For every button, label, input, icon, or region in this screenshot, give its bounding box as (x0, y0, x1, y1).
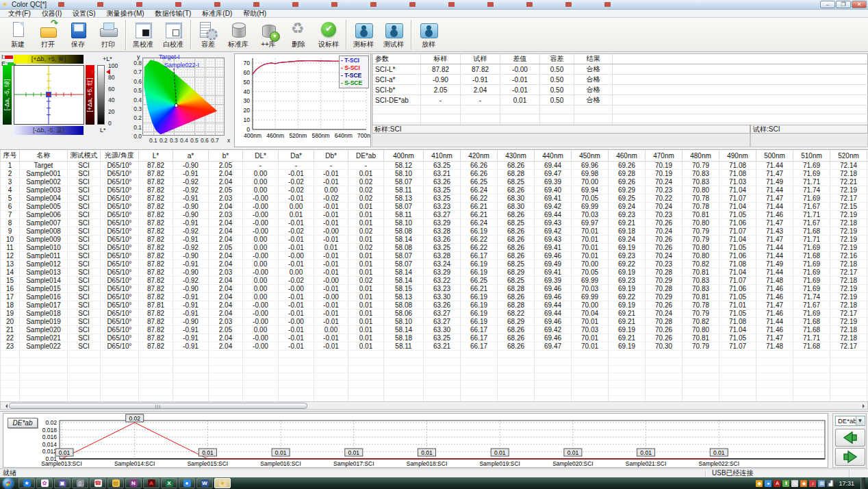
toolbar-button-设标样[interactable]: 设标样 (314, 19, 344, 51)
table-row[interactable]: 8Sample007SCID65/10°87.82-0.912.04-0.00-… (1, 219, 868, 227)
table-row[interactable]: 21Sample020SCID65/10°87.82-0.912.050.00-… (1, 326, 868, 334)
tray-usb-icon[interactable]: ⬆ (782, 480, 789, 487)
tray-browser-icon[interactable]: ● (765, 480, 771, 487)
column-header-470nm[interactable]: 470nm (646, 150, 682, 162)
menu-item-2[interactable]: 仪器(I) (36, 10, 67, 18)
column-header-Db*[interactable]: Db* (314, 150, 348, 162)
column-header-510nm[interactable]: 510nm (793, 150, 830, 162)
tray-orange-icon[interactable]: ◉ (800, 480, 807, 487)
taskbar-app-explorer[interactable]: ▤ (107, 478, 124, 488)
scroll-right-arrow-icon[interactable] (859, 402, 867, 409)
table-row[interactable]: 15Sample014SCID65/10°87.82-0.922.040.00-… (1, 277, 868, 285)
column-header-Da*[interactable]: Da* (279, 150, 314, 162)
toolbar-button-标准库[interactable]: 标准库 (223, 19, 253, 51)
toolbar-button-测标样[interactable]: 测标样 (348, 19, 379, 51)
params-row[interactable]: SCI-b*2.052.04-0.010.50合格 (373, 85, 868, 95)
table-row[interactable]: 13Sample012SCID65/10°87.82-0.912.040.00-… (1, 260, 868, 268)
toolbar-button-新建[interactable]: 新建 (3, 19, 33, 51)
table-row[interactable]: 12Sample011SCID65/10°87.82-0.902.04-0.00… (1, 252, 868, 260)
toolbar-button-++库[interactable]: ++库 (253, 19, 283, 51)
toolbar-button-保存[interactable]: 保存 (63, 19, 93, 51)
taskbar-app-star[interactable]: ★ (18, 478, 35, 488)
menu-item-1[interactable]: 文件(F) (3, 10, 36, 18)
toolbar-button-容差[interactable]: 容差 (193, 19, 223, 51)
taskbar-app-device[interactable]: ▯ (72, 478, 88, 488)
params-row[interactable]: SCI-DE*ab--0.010.50合格 (373, 95, 868, 105)
tray-audio-icon[interactable]: ♪ (809, 480, 816, 487)
menu-item-4[interactable]: 测量操作(M) (101, 10, 150, 18)
table-row[interactable]: 1TargetSCID65/10°87.82-0.902.05----58.12… (1, 162, 868, 170)
show-desktop-button[interactable] (860, 477, 865, 489)
menu-item-6[interactable]: 标准库(D) (196, 10, 238, 18)
tray-network-icon[interactable]: ▟ (827, 480, 834, 487)
column-header-420nm[interactable]: 420nm (461, 150, 498, 162)
params-row[interactable]: SCI-a*-0.90-0.91-0.010.50合格 (373, 75, 868, 85)
taskbar-app-acrobat[interactable]: A (143, 478, 159, 488)
column-header-480nm[interactable]: 480nm (682, 150, 719, 162)
table-row[interactable]: 19Sample018SCID65/10°87.82-0.912.04-0.00… (1, 310, 868, 318)
scroll-left-arrow-icon[interactable] (1, 402, 9, 409)
start-button[interactable] (1, 478, 15, 489)
minimize-button[interactable]: – (820, 1, 835, 8)
table-row[interactable]: 11Sample010SCID65/10°87.82-0.922.050.00-… (1, 244, 868, 252)
toolbar-button-打印[interactable]: 打印 (93, 19, 123, 51)
table-row[interactable]: 22Sample021SCID65/10°87.82-0.912.04-0.00… (1, 334, 868, 342)
taskbar-app-browser[interactable]: ● (179, 478, 195, 488)
maximize-button[interactable]: ❐ (836, 1, 851, 8)
params-row[interactable]: SCI-L*87.8287.82-0.000.50合格 (373, 64, 868, 75)
table-row[interactable]: 3Sample002SCID65/10°87.82-0.922.040.00-0… (1, 178, 868, 186)
column-header-410nm[interactable]: 410nm (424, 150, 461, 162)
column-header-400nm[interactable]: 400nm (384, 150, 424, 162)
taskbar-app-purple[interactable]: ▣ (54, 478, 71, 488)
table-row[interactable]: 17Sample016SCID65/10°87.82-0.912.040.00-… (1, 293, 868, 301)
close-button[interactable]: ✕ (852, 1, 867, 8)
column-header-DL*[interactable]: DL* (243, 150, 279, 162)
toolbar-button-删除[interactable]: 删除 (283, 19, 314, 51)
next-button[interactable] (835, 448, 865, 466)
table-row[interactable]: 6Sample005SCID65/10°87.82-0.902.04-0.000… (1, 203, 868, 211)
taskbar-app-word[interactable]: W (196, 478, 213, 488)
table-row[interactable]: 14Sample013SCID65/10°87.82-0.902.03-0.00… (1, 268, 868, 277)
column-header-440nm[interactable]: 440nm (535, 150, 572, 162)
taskbar-app-excel[interactable]: X (161, 478, 177, 488)
table-row[interactable]: 20Sample019SCID65/10°87.82-0.902.03-0.00… (1, 318, 868, 326)
column-header-430nm[interactable]: 430nm (498, 150, 535, 162)
menu-item-5[interactable]: 数据传输(T) (150, 10, 197, 18)
table-row[interactable]: 4Sample003SCID65/10°87.82-0.922.050.00-0… (1, 186, 868, 195)
column-header-520nm[interactable]: 520nm (830, 150, 867, 162)
taskbar-app-onenote[interactable]: N (125, 478, 142, 488)
toolbar-button-放样[interactable]: 放样 (413, 19, 444, 51)
table-row[interactable]: 5Sample004SCID65/10°87.82-0.912.03-0.00-… (1, 195, 868, 203)
menu-item-7[interactable]: 帮助(H) (238, 10, 272, 18)
menu-item-3[interactable]: 设置(S) (67, 10, 101, 18)
table-row[interactable]: 23Sample022SCID65/10°87.82-0.912.04-0.00… (1, 342, 868, 351)
taskbar-app-comm[interactable]: ☎ (90, 478, 106, 488)
column-header-DE*ab[interactable]: DE*ab (348, 150, 384, 162)
tray-alert-icon[interactable]: ◆ (756, 480, 763, 487)
table-row[interactable]: 7Sample006SCID65/10°87.82-0.902.03-0.000… (1, 211, 868, 219)
column-header-光源/角度[interactable]: 光源/角度 (101, 150, 139, 162)
column-header-序号[interactable]: 序号 (1, 150, 20, 162)
column-header-测试模式[interactable]: 测试模式 (68, 150, 101, 162)
previous-button[interactable] (835, 429, 865, 447)
column-header-460nm[interactable]: 460nm (609, 150, 646, 162)
column-header-490nm[interactable]: 490nm (719, 150, 756, 162)
toolbar-button-打开[interactable]: 打开 (33, 19, 63, 51)
column-header-b*[interactable]: b* (209, 150, 243, 162)
column-header-名称[interactable]: 名称 (20, 150, 68, 162)
tray-acrobat-icon[interactable]: A (774, 480, 780, 487)
taskbar-app-color-wheel[interactable]: ✿ (36, 478, 53, 488)
table-row[interactable]: 9Sample008SCID65/10°87.82-0.922.04-0.00-… (1, 227, 868, 236)
taskbar-app-colorqc[interactable]: ★ (214, 478, 231, 488)
column-header-L*[interactable]: L* (139, 150, 173, 162)
toolbar-button-白校准[interactable]: 白校准 (158, 19, 188, 51)
table-row[interactable]: 16Sample015SCID65/10°87.82-0.902.040.00-… (1, 285, 868, 293)
toolbar-button-测试样[interactable]: 测试样 (379, 19, 409, 51)
column-header-450nm[interactable]: 450nm (572, 150, 609, 162)
tray-display-icon[interactable]: ▤ (818, 480, 825, 487)
table-row[interactable]: 2Sample001SCID65/10°87.82-0.912.040.00-0… (1, 170, 868, 178)
toolbar-button-黑校准[interactable]: 黑校准 (128, 19, 158, 51)
column-header-a*[interactable]: a* (173, 150, 209, 162)
table-row[interactable]: 18Sample017SCID65/10°87.81-0.912.04-0.00… (1, 301, 868, 310)
metric-dropdown[interactable]: DE*ab (835, 416, 865, 426)
